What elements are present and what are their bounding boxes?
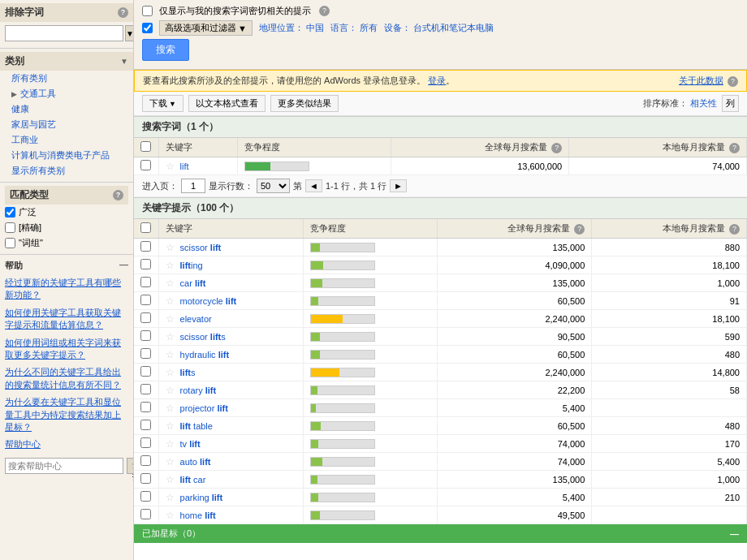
star-btn[interactable]: ☆	[166, 510, 175, 521]
row-checkbox[interactable]	[140, 420, 151, 430]
row-checkbox[interactable]	[140, 295, 151, 305]
row-checkbox[interactable]	[140, 348, 151, 359]
match-help-icon[interactable]: ?	[113, 190, 123, 200]
star-btn[interactable]: ☆	[166, 367, 175, 378]
help-link-0[interactable]: 经过更新的关键字工具有哪些新功能？	[5, 277, 128, 302]
help-link-2[interactable]: 如何使用词组或相关字词来获取更多关键字提示？	[5, 337, 128, 362]
star-btn[interactable]: ☆	[166, 349, 175, 360]
match-exact-checkbox[interactable]	[5, 222, 15, 233]
sort-value[interactable]: 相关性	[690, 98, 717, 108]
row-checkbox[interactable]	[140, 509, 151, 519]
list-view-btn[interactable]: 列	[722, 95, 739, 112]
keyword-link[interactable]: hydraulic lift	[180, 350, 230, 360]
rows-select[interactable]: 50 25 100	[257, 179, 290, 193]
star-btn[interactable]: ☆	[166, 260, 175, 271]
star-btn[interactable]: ☆	[166, 385, 175, 396]
category-home[interactable]: 家居与园艺	[0, 117, 133, 132]
row-checkbox[interactable]	[140, 160, 151, 170]
prev-page-btn[interactable]: ◄	[305, 179, 322, 192]
row-checkbox[interactable]	[140, 277, 151, 287]
match-type-header[interactable]: 匹配类型 ?	[5, 186, 128, 205]
keyword-link[interactable]: home lift	[180, 510, 216, 520]
star-btn[interactable]: ☆	[166, 420, 175, 432]
page-input[interactable]	[181, 179, 205, 193]
alert-login-link[interactable]: 登录	[428, 75, 446, 85]
star-btn[interactable]: ☆	[166, 438, 175, 450]
keyword-link[interactable]: scissor lifts	[180, 332, 226, 342]
advanced-checkbox[interactable]	[142, 23, 153, 33]
global-help-icon[interactable]: ?	[551, 143, 562, 153]
exclude-input[interactable]	[5, 25, 123, 41]
advanced-filter-btn[interactable]: 高级选项和过滤器 ▼	[159, 20, 253, 36]
category-all[interactable]: 所有类别	[0, 71, 133, 86]
category-header[interactable]: 类别 ▼	[0, 52, 133, 71]
help-close-btn[interactable]: —	[119, 260, 128, 272]
help-center-link[interactable]: 帮助中心	[5, 438, 128, 450]
lang-value[interactable]: 所有	[360, 23, 378, 32]
multi-result-btn[interactable]: 更多类似结果	[270, 95, 339, 112]
keyword-link[interactable]: lift table	[180, 421, 213, 431]
keyword-link[interactable]: parking lift	[180, 493, 223, 502]
star-btn[interactable]: ☆	[166, 295, 175, 307]
star-btn[interactable]: ☆	[166, 313, 175, 325]
exclude-help-icon[interactable]: ?	[118, 7, 128, 18]
row-checkbox[interactable]	[140, 455, 151, 466]
match-phrase-checkbox[interactable]	[5, 238, 15, 248]
exclude-header[interactable]: 排除字词 ?	[0, 3, 133, 22]
star-btn[interactable]: ☆	[166, 403, 175, 414]
alert-data-link[interactable]: 关于此数据	[679, 75, 723, 85]
keyword-link[interactable]: auto lift	[180, 457, 211, 467]
help-search-input[interactable]	[5, 458, 123, 474]
text-format-btn[interactable]: 以文本格式查看	[188, 95, 266, 112]
keyword-link[interactable]: tv lift	[180, 439, 201, 449]
show-related-checkbox[interactable]	[142, 6, 153, 16]
row-checkbox[interactable]	[140, 473, 151, 484]
row-checkbox[interactable]	[140, 259, 151, 269]
next-page-btn[interactable]: ►	[390, 179, 407, 192]
help-link-4[interactable]: 为什么要在关键字工具和显位量工具中为特定搜索结果加上星标？	[5, 396, 128, 433]
select-all-search-checkbox[interactable]	[140, 141, 151, 152]
category-traffic[interactable]: ▶ 交通工具	[0, 86, 133, 101]
download-btn[interactable]: 下载 ▼	[142, 95, 184, 112]
device-value[interactable]: 台式机和笔记本电脑	[413, 23, 494, 32]
star-btn[interactable]: ☆	[166, 331, 175, 342]
keyword-link[interactable]: projector lift	[180, 403, 228, 413]
category-business[interactable]: 工商业	[0, 132, 133, 148]
keyword-link[interactable]: lift	[180, 162, 189, 171]
row-checkbox[interactable]	[140, 491, 151, 502]
star-btn[interactable]: ☆	[166, 161, 175, 172]
row-checkbox[interactable]	[140, 241, 151, 252]
sugg-local-help-icon[interactable]: ?	[729, 224, 740, 235]
row-checkbox[interactable]	[140, 402, 151, 412]
help-link-1[interactable]: 如何使用关键字工具获取关键字提示和流量估算信息？	[5, 307, 128, 332]
category-computers[interactable]: 计算机与消费类电子产品	[0, 148, 133, 163]
select-all-sugg-checkbox[interactable]	[140, 222, 151, 233]
match-broad-checkbox[interactable]	[5, 207, 15, 218]
row-checkbox[interactable]	[140, 330, 151, 341]
star-btn[interactable]: ☆	[166, 242, 175, 253]
keyword-link[interactable]: car lift	[180, 278, 206, 288]
location-value[interactable]: 中国	[306, 23, 324, 32]
show-related-help-icon[interactable]: ?	[319, 6, 330, 16]
keyword-link[interactable]: lifting	[180, 261, 203, 270]
row-checkbox[interactable]	[140, 366, 151, 377]
keyword-link[interactable]: scissor lift	[180, 243, 222, 252]
keyword-link[interactable]: lifts	[180, 368, 196, 377]
sugg-global-help-icon[interactable]: ?	[574, 224, 585, 235]
row-checkbox[interactable]	[140, 312, 151, 323]
star-btn[interactable]: ☆	[166, 456, 175, 467]
local-help-icon[interactable]: ?	[729, 143, 740, 153]
help-search-btn[interactable]: 开拓	[127, 458, 134, 474]
star-btn[interactable]: ☆	[166, 492, 175, 503]
search-button[interactable]: 搜索	[142, 39, 189, 61]
row-checkbox[interactable]	[140, 437, 151, 448]
keyword-link[interactable]: motorcycle lift	[180, 296, 237, 306]
alert-help-icon[interactable]: ?	[728, 76, 738, 87]
help-link-3[interactable]: 为什么不同的关键字工具给出的搜索量统计信息有所不同？	[5, 366, 128, 391]
category-health[interactable]: 健康	[0, 101, 133, 117]
star-btn[interactable]: ☆	[166, 474, 175, 485]
bottom-bar-close-btn[interactable]: —	[730, 529, 739, 539]
exclude-arrow-btn[interactable]: ▼	[125, 25, 134, 41]
star-btn[interactable]: ☆	[166, 278, 175, 289]
keyword-link[interactable]: elevator	[180, 314, 212, 324]
